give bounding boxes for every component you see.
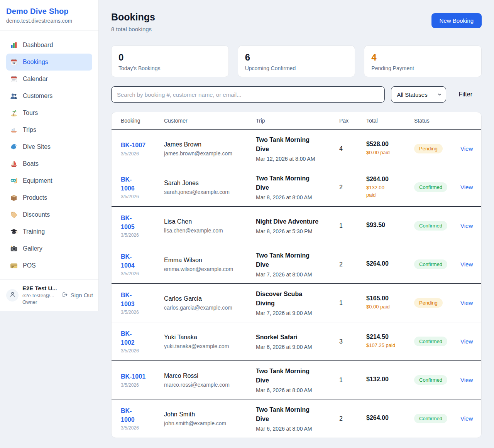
table-row: BK-1001 3/5/2026 Marco Rossi marco.rossi… — [112, 361, 481, 399]
view-link[interactable]: View — [460, 338, 473, 345]
trip-datetime: Mar 8, 2026 at 5:30 PM — [256, 228, 339, 234]
customer-email: emma.wilson@example.com — [164, 266, 256, 272]
trip-name: Night Dive Adventure — [256, 217, 339, 226]
table-body: BK-1007 3/5/2026 James Brown james.brown… — [112, 130, 481, 438]
sidebar-item-label: Training — [23, 228, 45, 235]
view-link[interactable]: View — [460, 184, 473, 190]
sidebar-item-gallery[interactable]: Gallery — [6, 240, 92, 257]
search-input[interactable] — [111, 86, 385, 103]
page-header: Bookings 8 total bookings New Booking — [111, 12, 482, 32]
table-row: BK- 1003 3/5/2026 Carlos Garcia carlos.g… — [112, 284, 481, 322]
avatar — [6, 289, 19, 301]
booking-cell: BK- 1002 3/5/2026 — [121, 329, 164, 354]
products-icon — [10, 194, 18, 202]
sidebar-item-pos[interactable]: POS — [6, 257, 92, 274]
status-filter-select[interactable]: All Statuses — [391, 86, 446, 103]
view-link[interactable]: View — [460, 145, 473, 152]
user-info: E2E Test U... e2e-tester@... Owner — [22, 285, 58, 306]
gallery-icon — [10, 245, 18, 253]
sidebar-item-boats[interactable]: Boats — [6, 155, 92, 172]
sidebar-item-training[interactable]: Training — [6, 223, 92, 240]
sidebar-item-label: Calendar — [23, 76, 48, 83]
page-subtitle: 8 total bookings — [111, 26, 155, 32]
sidebar-item-trips[interactable]: Trips — [6, 121, 92, 138]
trip-name: Two Tank Morning Dive — [256, 405, 339, 424]
booking-date: 3/5/2026 — [121, 310, 164, 315]
sidebar-item-label: Dashboard — [23, 42, 53, 49]
status-badge: Confirmed — [414, 221, 447, 231]
view-link[interactable]: View — [460, 300, 473, 306]
logout-icon — [62, 291, 68, 299]
sidebar-item-dashboard[interactable]: Dashboard — [6, 37, 92, 54]
trip-cell: Night Dive Adventure Mar 8, 2026 at 5:30… — [256, 217, 339, 234]
sidebar-item-products[interactable]: Products — [6, 189, 92, 206]
total-amount: $214.50 — [366, 333, 414, 340]
training-icon — [10, 228, 18, 236]
booking-number-link[interactable]: BK- 1006 — [121, 175, 164, 193]
booking-cell: BK- 1006 3/5/2026 — [121, 175, 164, 199]
sidebar-item-discounts[interactable]: Discounts — [6, 206, 92, 223]
table-row: BK- 1005 3/5/2026 Lisa Chen lisa.chen@ex… — [112, 207, 481, 245]
status-cell: Confirmed — [414, 337, 460, 346]
sidebar-item-equipment[interactable]: Equipment — [6, 172, 92, 189]
total-cell: $264.00 $132.00 paid — [366, 176, 414, 199]
view-link[interactable]: View — [460, 377, 473, 383]
status-badge: Confirmed — [414, 375, 447, 385]
column-header-pax: Pax — [339, 118, 366, 124]
sidebar-item-tours[interactable]: Tours — [6, 104, 92, 121]
main-content: Bookings 8 total bookings New Booking 0 … — [99, 0, 494, 438]
customer-name: James Brown — [164, 141, 256, 149]
column-header-status: Status — [414, 118, 460, 124]
booking-number-link[interactable]: BK- 1003 — [121, 291, 164, 308]
view-link[interactable]: View — [460, 261, 473, 268]
sidebar-item-label: Products — [23, 194, 47, 201]
user-name: E2E Test U... — [22, 285, 58, 292]
new-booking-button[interactable]: New Booking — [431, 13, 482, 28]
sidebar-item-dive-sites[interactable]: Dive Sites — [6, 138, 92, 155]
booking-number-link[interactable]: BK- 1004 — [121, 252, 164, 270]
sidebar-item-label: POS — [23, 262, 36, 269]
sidebar-item-calendar[interactable]: Calendar — [6, 71, 92, 88]
status-badge: Pending — [414, 298, 443, 308]
dashboard-icon — [10, 41, 18, 49]
trip-name: Snorkel Safari — [256, 333, 339, 342]
booking-cell: BK- 1003 3/5/2026 — [121, 291, 164, 315]
pax-value: 2 — [339, 184, 366, 191]
booking-number-link[interactable]: BK-1001 — [121, 372, 164, 381]
trip-cell: Snorkel Safari Mar 6, 2026 at 9:00 AM — [256, 333, 339, 350]
status-cell: Confirmed — [414, 221, 460, 231]
trip-datetime: Mar 6, 2026 at 9:00 AM — [256, 344, 339, 350]
booking-number-link[interactable]: BK- 1005 — [121, 214, 164, 231]
trip-datetime: Mar 6, 2026 at 8:00 AM — [256, 426, 339, 432]
booking-number-link[interactable]: BK-1007 — [121, 141, 164, 150]
sidebar-item-bookings[interactable]: 17 Bookings — [6, 54, 92, 71]
sidebar-item-label: Gallery — [23, 245, 42, 252]
pax-value: 2 — [339, 261, 366, 268]
column-header-booking: Booking — [121, 118, 164, 124]
sidebar-item-customers[interactable]: Customers — [6, 88, 92, 104]
paid-amount: $0.00 paid — [366, 303, 414, 311]
booking-cell: BK-1007 3/5/2026 — [121, 141, 164, 156]
total-amount: $528.00 — [366, 141, 414, 148]
pax-value: 1 — [339, 300, 366, 307]
booking-number-link[interactable]: BK- 1002 — [121, 329, 164, 347]
booking-cell: BK- 1005 3/5/2026 — [121, 214, 164, 238]
pos-icon — [10, 262, 18, 269]
status-cell: Confirmed — [414, 414, 460, 423]
trip-cell: Two Tank Morning Dive Mar 6, 2026 at 8:0… — [256, 367, 339, 393]
customers-icon — [10, 92, 18, 100]
total-cell: $93.50 — [366, 222, 414, 230]
avatar-person-icon — [9, 291, 16, 299]
column-header-total: Total — [366, 118, 414, 124]
total-amount: $264.00 — [366, 260, 414, 267]
sign-out-button[interactable]: Sign Out — [62, 291, 93, 299]
booking-number-link[interactable]: BK- 1000 — [121, 406, 164, 424]
bookings-icon: 17 — [10, 58, 18, 66]
view-link[interactable]: View — [460, 222, 473, 229]
table-row: BK-1007 3/5/2026 James Brown james.brown… — [112, 130, 481, 168]
filter-button[interactable]: Filter — [446, 91, 482, 98]
view-link[interactable]: View — [460, 415, 473, 422]
customer-cell: Yuki Tanaka yuki.tanaka@example.com — [164, 333, 256, 349]
total-cell: $264.00 — [366, 260, 414, 269]
stat-card: 0 Today's Bookings — [111, 45, 229, 77]
